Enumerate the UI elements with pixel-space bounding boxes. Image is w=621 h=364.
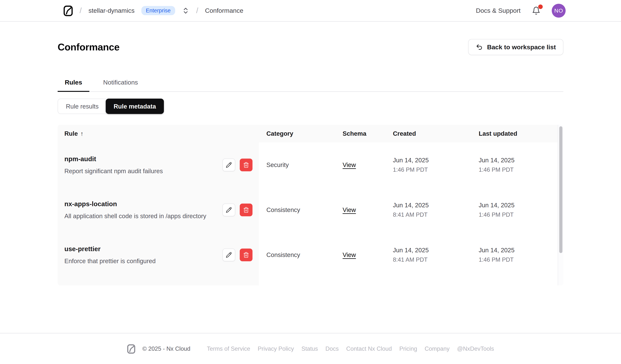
nx-cloud-logo-icon[interactable] (63, 4, 73, 17)
view-schema-link[interactable]: View (343, 251, 356, 258)
table-row: use-prettier Enforce that prettier is co… (58, 232, 563, 277)
notifications-bell-button[interactable] (532, 6, 540, 15)
view-schema-link[interactable]: View (343, 206, 356, 213)
breadcrumb-separator: / (196, 6, 198, 15)
notification-dot (538, 4, 543, 9)
updated-date: Jun 14, 2025 (479, 157, 563, 164)
delete-rule-button[interactable] (240, 204, 253, 216)
pencil-icon (226, 252, 232, 258)
created-date: Jun 14, 2025 (393, 157, 479, 164)
rule-category: Security (259, 161, 343, 169)
last-updated-cell: Jun 14, 2025 1:46 PM PDT (479, 157, 563, 173)
rule-name: nx-apps-location (64, 200, 206, 208)
tab-rules[interactable]: Rules (58, 79, 89, 92)
rule-category: Consistency (259, 251, 343, 258)
updated-time: 1:46 PM PDT (479, 211, 563, 218)
topbar-actions: Docs & Support NO (476, 4, 566, 18)
created-date: Jun 14, 2025 (393, 247, 479, 254)
breadcrumb-separator: / (80, 6, 82, 15)
footer-link-terms[interactable]: Terms of Service (207, 346, 250, 352)
updated-date: Jun 14, 2025 (479, 202, 563, 209)
table-row: nx-apps-location All application shell c… (58, 188, 563, 232)
last-updated-cell: Jun 14, 2025 1:46 PM PDT (479, 202, 563, 218)
created-time: 1:46 PM PDT (393, 166, 479, 173)
edit-rule-button[interactable] (223, 158, 235, 171)
pencil-icon (226, 162, 232, 168)
created-time: 8:41 AM PDT (393, 211, 479, 218)
back-to-workspace-list-button[interactable]: Back to workspace list (468, 39, 563, 55)
edit-rule-button[interactable] (223, 249, 235, 261)
table-scrollbar-thumb[interactable] (559, 126, 562, 253)
footer-links: Terms of Service Privacy Policy Status D… (207, 346, 494, 352)
rule-description: Enforce that prettier is configured (64, 257, 156, 265)
page-title: Conformance (58, 41, 120, 53)
last-updated-cell: Jun 14, 2025 1:46 PM PDT (479, 247, 563, 263)
footer-link-company[interactable]: Company (425, 346, 449, 352)
rule-results-toggle-button[interactable]: Rule results (58, 99, 106, 114)
footer-link-twitter[interactable]: @NxDevTools (457, 346, 494, 352)
created-date: Jun 14, 2025 (393, 202, 479, 209)
rule-category: Consistency (259, 206, 343, 213)
rule-description: Report significant npm audit failures (64, 168, 163, 175)
column-header-category: Category (259, 130, 343, 137)
docs-support-link[interactable]: Docs & Support (476, 7, 520, 14)
updated-time: 1:46 PM PDT (479, 256, 563, 263)
copyright-text: © 2025 - Nx Cloud (142, 346, 190, 352)
created-cell: Jun 14, 2025 8:41 AM PDT (393, 247, 479, 263)
trash-icon (243, 162, 249, 168)
updated-date: Jun 14, 2025 (479, 247, 563, 254)
column-header-created: Created (393, 130, 479, 137)
table-scrollbar[interactable] (558, 125, 563, 285)
back-button-label: Back to workspace list (487, 44, 556, 51)
table-header-row: Rule ↑ Category Schema Created Last upda… (58, 125, 563, 142)
user-avatar[interactable]: NO (552, 4, 566, 18)
rule-name: use-prettier (64, 245, 156, 253)
footer-link-privacy[interactable]: Privacy Policy (258, 346, 294, 352)
rule-description: All application shell code is stored in … (64, 213, 206, 220)
column-header-schema: Schema (343, 130, 393, 137)
footer-link-docs[interactable]: Docs (326, 346, 339, 352)
trash-icon (243, 252, 249, 258)
column-header-rule-label: Rule (64, 130, 78, 137)
table-row: npm-audit Report significant npm audit f… (58, 142, 563, 188)
updated-time: 1:46 PM PDT (479, 166, 563, 173)
column-header-last-updated: Last updated (479, 130, 563, 137)
footer-link-pricing[interactable]: Pricing (399, 346, 417, 352)
rule-metadata-toggle-button[interactable]: Rule metadata (106, 99, 164, 114)
tab-notifications[interactable]: Notifications (96, 79, 145, 92)
workspace-switcher-chevrons-icon[interactable] (182, 7, 190, 15)
rules-metadata-table: Rule ↑ Category Schema Created Last upda… (58, 125, 563, 285)
delete-rule-button[interactable] (240, 158, 253, 171)
created-cell: Jun 14, 2025 8:41 AM PDT (393, 202, 479, 218)
edit-rule-button[interactable] (223, 204, 235, 216)
breadcrumb: / stellar-dynamics Enterprise / Conforma… (63, 4, 243, 17)
main-content: Conformance Back to workspace list Rules… (58, 39, 563, 285)
footer-link-contact[interactable]: Contact Nx Cloud (346, 346, 392, 352)
sort-ascending-icon: ↑ (81, 130, 84, 137)
undo-arrow-icon (476, 44, 483, 51)
breadcrumb-page: Conformance (205, 7, 243, 14)
column-header-rule[interactable]: Rule ↑ (58, 130, 259, 137)
tab-bar: Rules Notifications (58, 79, 563, 92)
trash-icon (243, 207, 249, 213)
rule-name: npm-audit (64, 155, 163, 163)
delete-rule-button[interactable] (240, 249, 253, 261)
pencil-icon (226, 207, 232, 213)
rule-view-toggle: Rule results Rule metadata (58, 99, 164, 114)
page-footer: © 2025 - Nx Cloud Terms of Service Priva… (0, 333, 621, 364)
enterprise-badge: Enterprise (141, 6, 175, 15)
top-navigation-bar: / stellar-dynamics Enterprise / Conforma… (0, 0, 621, 22)
footer-nx-logo-icon (127, 343, 136, 354)
app-root: / stellar-dynamics Enterprise / Conforma… (0, 0, 621, 285)
view-schema-link[interactable]: View (343, 161, 356, 168)
footer-link-status[interactable]: Status (301, 346, 318, 352)
breadcrumb-workspace[interactable]: stellar-dynamics (88, 7, 135, 14)
created-time: 8:41 AM PDT (393, 256, 479, 263)
created-cell: Jun 14, 2025 1:46 PM PDT (393, 157, 479, 173)
